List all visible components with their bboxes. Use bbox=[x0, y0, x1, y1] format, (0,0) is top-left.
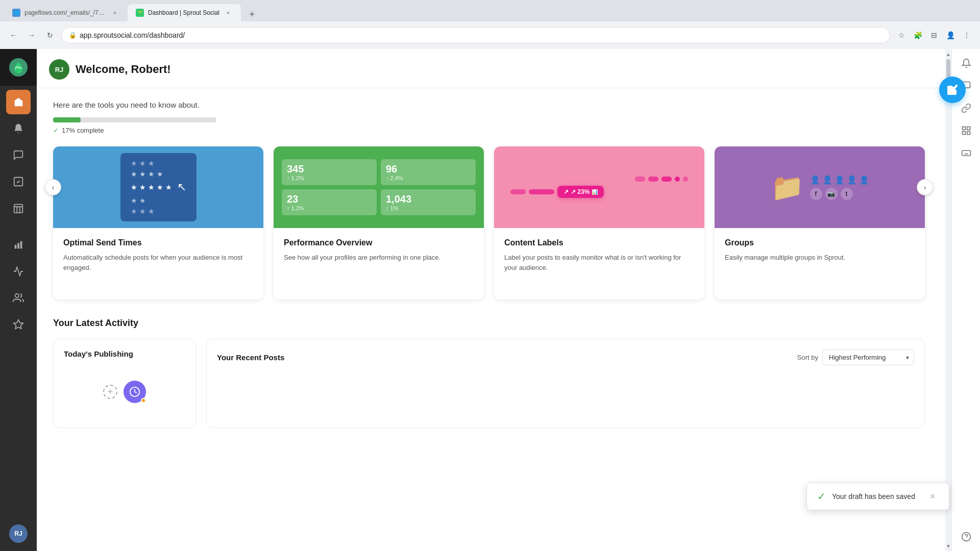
metric-box-0: 345 ↑ 1.2% bbox=[282, 159, 377, 185]
sidebar-item-tasks[interactable] bbox=[6, 169, 31, 194]
compose-fab-button[interactable] bbox=[939, 77, 966, 103]
svg-rect-12 bbox=[962, 132, 965, 135]
app-container: RJ ▲ ▼ RJ Welcome, Robert! Here are the … bbox=[0, 49, 980, 551]
metrics-grid: 345 ↑ 1.2% 96 ↑ 2.4% 23 ↑ 1.2% bbox=[274, 151, 484, 223]
address-bar-row: ← → ↻ 🔒 app.sproutsocial.com/dashboard/ … bbox=[0, 21, 980, 49]
tab-pageflows-close[interactable]: × bbox=[110, 8, 119, 17]
forward-button[interactable]: → bbox=[24, 28, 39, 42]
svg-rect-4 bbox=[17, 243, 19, 248]
carousel-prev-arrow[interactable]: ‹ bbox=[45, 179, 61, 195]
metric-val-3: 1,043 bbox=[386, 193, 471, 205]
pageflows-favicon: 🌐 bbox=[12, 9, 20, 17]
dot-indicator bbox=[141, 398, 146, 403]
progress-bar-fill bbox=[53, 117, 81, 122]
card-body-optimal: Optimal Send Times Automatically schedul… bbox=[53, 228, 263, 299]
tabs-bar: 🌐 pageflows.com/_emails/_/7fb5... × 🌱 Da… bbox=[0, 0, 980, 21]
feature-cards: ★ ★ ★ ★ ★ ★ ★ bbox=[53, 146, 925, 299]
badge-percent-icon: ↗ bbox=[564, 188, 569, 195]
metric-box-2: 23 ↑ 1.2% bbox=[282, 189, 377, 215]
toast-notification: ✓ Your draft has been saved × bbox=[806, 483, 949, 510]
card-image-performance: 345 ↑ 1.2% 96 ↑ 2.4% 23 ↑ 1.2% bbox=[274, 146, 484, 228]
metric-val-1: 96 bbox=[386, 163, 471, 175]
sidebar-item-analytics[interactable] bbox=[6, 259, 31, 284]
tab-sprout[interactable]: 🌱 Dashboard | Sprout Social × bbox=[128, 4, 241, 21]
svg-point-6 bbox=[15, 294, 19, 297]
sidebar-item-notifications[interactable] bbox=[6, 116, 31, 141]
user-avatar-sidebar[interactable]: RJ bbox=[9, 524, 28, 543]
right-sidebar-help[interactable] bbox=[956, 527, 976, 547]
card-image-groups: 📁 👤 👤 👤 👤 👤 bbox=[715, 146, 925, 228]
sidebar-toggle-icon[interactable]: ⊟ bbox=[927, 28, 941, 42]
toast-close-button[interactable]: × bbox=[926, 490, 939, 503]
sidebar-nav bbox=[6, 86, 31, 520]
extension-puzzle-icon[interactable]: 🧩 bbox=[911, 28, 925, 42]
card-title-labels: Content Labels bbox=[504, 238, 694, 247]
badge-chart-icon: 📊 bbox=[592, 189, 598, 195]
feature-card-performance[interactable]: 345 ↑ 1.2% 96 ↑ 2.4% 23 ↑ 1.2% bbox=[274, 146, 484, 299]
toast-message: Your draft has been saved bbox=[832, 492, 920, 500]
profile-icon[interactable]: 👤 bbox=[943, 28, 958, 42]
card-title-optimal: Optimal Send Times bbox=[63, 238, 253, 247]
scroll-down-arrow[interactable]: ▼ bbox=[945, 543, 951, 549]
tab-pageflows[interactable]: 🌐 pageflows.com/_emails/_/7fb5... × bbox=[4, 4, 128, 21]
new-tab-button[interactable]: + bbox=[245, 7, 259, 21]
card-image-optimal: ★ ★ ★ ★ ★ ★ ★ bbox=[53, 146, 263, 228]
card-desc-labels: Label your posts to easily monitor what … bbox=[504, 253, 694, 272]
card-body-groups: Groups Easily manage multiple groups in … bbox=[715, 228, 925, 299]
sidebar-item-home[interactable] bbox=[6, 90, 31, 114]
back-button[interactable]: ← bbox=[6, 28, 20, 42]
metric-chg-0: ↑ 1.2% bbox=[287, 175, 372, 181]
svg-rect-10 bbox=[967, 127, 970, 130]
svg-rect-2 bbox=[14, 205, 23, 213]
sort-dropdown[interactable]: Highest Performing Most Recent Oldest Fi… bbox=[822, 349, 914, 365]
metric-box-1: 96 ↑ 2.4% bbox=[381, 159, 476, 185]
right-sidebar-notifications[interactable] bbox=[956, 53, 976, 73]
right-sidebar-grid[interactable] bbox=[956, 120, 976, 141]
sort-by-control: Sort by Highest Performing Most Recent O… bbox=[797, 349, 914, 365]
metric-val-0: 345 bbox=[287, 163, 372, 175]
browser-chrome: 🌐 pageflows.com/_emails/_/7fb5... × 🌱 Da… bbox=[0, 0, 980, 49]
intro-text: Here are the tools you need to know abou… bbox=[53, 101, 925, 109]
content-area: Here are the tools you need to know abou… bbox=[37, 88, 941, 440]
scrollbar-track[interactable]: ▲ ▼ bbox=[945, 49, 951, 551]
metric-chg-1: ↑ 2.4% bbox=[386, 175, 471, 181]
recent-posts-title: Your Recent Posts bbox=[217, 353, 284, 362]
metric-chg-3: ↑ 1% bbox=[386, 205, 471, 211]
scroll-up-arrow[interactable]: ▲ bbox=[945, 51, 951, 57]
sprout-logo[interactable] bbox=[0, 49, 37, 86]
card-body-performance: Performance Overview See how all your pr… bbox=[274, 228, 484, 299]
bookmark-star-icon[interactable]: ☆ bbox=[894, 28, 909, 42]
address-bar[interactable]: 🔒 app.sproutsocial.com/dashboard/ bbox=[61, 27, 890, 43]
sidebar-item-saved[interactable] bbox=[6, 312, 31, 337]
feature-card-groups[interactable]: 📁 👤 👤 👤 👤 👤 bbox=[715, 146, 925, 299]
menu-icon[interactable]: ⋮ bbox=[960, 28, 974, 42]
browser-toolbar: ☆ 🧩 ⊟ 👤 ⋮ bbox=[894, 28, 974, 42]
reload-button[interactable]: ↻ bbox=[43, 28, 57, 42]
add-post-button[interactable]: + bbox=[103, 385, 117, 399]
right-sidebar-keyboard[interactable] bbox=[956, 143, 976, 163]
card-title-groups: Groups bbox=[725, 238, 915, 247]
card-desc-optimal: Automatically schedule posts for when yo… bbox=[63, 253, 253, 272]
sidebar-item-messages[interactable] bbox=[6, 143, 31, 167]
feature-card-optimal-send-times[interactable]: ★ ★ ★ ★ ★ ★ ★ bbox=[53, 146, 263, 299]
sidebar-item-publishing[interactable] bbox=[6, 196, 31, 220]
sidebar-item-people[interactable] bbox=[6, 286, 31, 310]
user-avatar-header: RJ bbox=[49, 59, 69, 80]
recent-posts-panel: Your Recent Posts Sort by Highest Perfor… bbox=[206, 339, 925, 428]
card-body-labels: Content Labels Label your posts to easil… bbox=[494, 228, 704, 299]
card-image-labels: ↗ ↗ 23% 📊 bbox=[494, 146, 704, 228]
sidebar-bottom: RJ bbox=[9, 520, 28, 551]
svg-marker-7 bbox=[14, 320, 23, 329]
tab-sprout-close[interactable]: × bbox=[224, 8, 233, 17]
carousel-next-arrow[interactable]: › bbox=[917, 179, 933, 195]
sidebar-item-reports[interactable] bbox=[6, 233, 31, 257]
feature-card-content-labels[interactable]: ↗ ↗ 23% 📊 Content Labels Label your post… bbox=[494, 146, 704, 299]
svg-rect-13 bbox=[962, 151, 970, 156]
progress-text: 17% complete bbox=[62, 127, 104, 134]
card-title-performance: Performance Overview bbox=[284, 238, 474, 247]
card-desc-performance: See how all your profiles are performing… bbox=[284, 253, 474, 263]
sprout-favicon: 🌱 bbox=[136, 9, 144, 17]
badge-percent-value: ↗ 23% bbox=[571, 188, 590, 195]
recent-posts-content bbox=[217, 373, 914, 414]
sort-dropdown-wrapper[interactable]: Highest Performing Most Recent Oldest Fi… bbox=[822, 349, 914, 365]
